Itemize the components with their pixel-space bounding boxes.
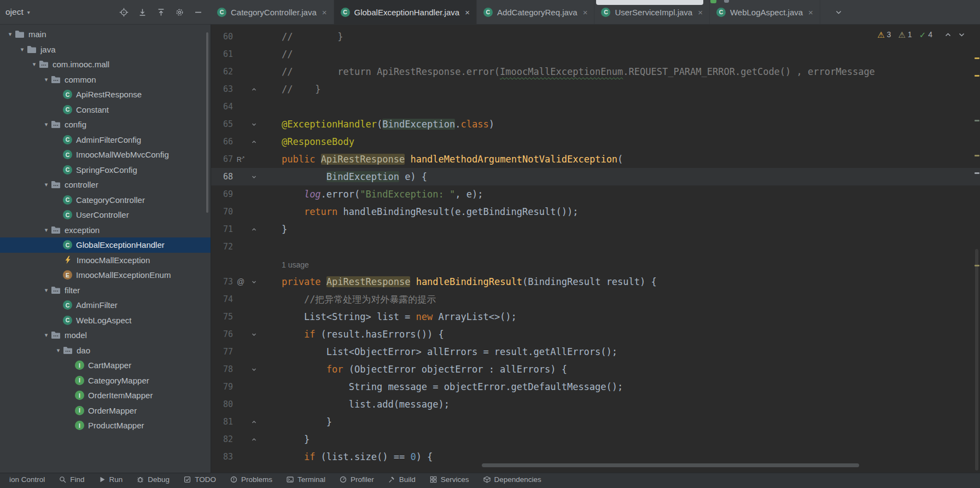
tool-window-button-Services[interactable]: Services: [423, 475, 476, 484]
tree-item-com.imooc.mall[interactable]: ▾com.imooc.mall: [0, 57, 211, 72]
expand-arrow-icon[interactable]: ▾: [42, 121, 51, 128]
tree-item-controller[interactable]: ▾controller: [0, 177, 211, 193]
tree-item-Constant[interactable]: CConstant: [0, 102, 211, 118]
tab-WebLogAspect.java[interactable]: CWebLogAspect.java×: [710, 0, 820, 24]
locate-file-icon[interactable]: [119, 8, 129, 17]
project-selector[interactable]: oject ▾: [5, 7, 30, 17]
tool-window-button-Dependencies[interactable]: Dependencies: [476, 475, 549, 484]
expand-arrow-icon[interactable]: ▾: [42, 181, 51, 188]
expand-arrow-icon[interactable]: ▾: [5, 31, 15, 38]
warnings-count[interactable]: ⚠3: [877, 30, 891, 39]
tree-item-OrderItemMapper[interactable]: IOrderItemMapper: [0, 388, 211, 403]
tool-window-button-Find[interactable]: Find: [52, 475, 91, 484]
tree-item-ImoocMallException[interactable]: ImoocMallException: [0, 253, 211, 268]
passed-count[interactable]: ✓4: [919, 30, 932, 39]
code-token: // return ApiRestResponse.error(: [259, 66, 500, 77]
tool-window-button-Problems[interactable]: Problems: [223, 475, 279, 484]
line-number: 78: [211, 361, 233, 378]
fold-collapse-icon[interactable]: [248, 220, 259, 238]
tree-item-ProductMapper[interactable]: IProductMapper: [0, 418, 211, 433]
fold-expand-icon[interactable]: [248, 273, 259, 291]
interface-icon: I: [75, 361, 84, 370]
vertical-scrollbar[interactable]: [975, 249, 978, 470]
expand-arrow-icon[interactable]: ▾: [42, 76, 51, 83]
tree-item-ImoocMallWebMvcConfig[interactable]: CImoocMallWebMvcConfig: [0, 147, 211, 162]
expand-arrow-icon[interactable]: ▾: [42, 226, 51, 234]
fold-collapse-icon[interactable]: [248, 133, 259, 150]
tree-item-WebLogAspect[interactable]: CWebLogAspect: [0, 313, 211, 328]
tree-item-config[interactable]: ▾config: [0, 117, 211, 132]
tree-item-CategoryController[interactable]: CCategoryController: [0, 193, 211, 208]
tree-item-java[interactable]: ▾java: [0, 42, 211, 57]
expand-arrow-icon[interactable]: ▾: [42, 287, 51, 294]
warnings-count[interactable]: ⚠1: [898, 30, 912, 39]
close-icon[interactable]: ×: [465, 8, 470, 17]
tree-item-dao[interactable]: ▾dao: [0, 343, 211, 358]
tool-window-button-Profiler[interactable]: Profiler: [332, 475, 381, 484]
tree-item-CategoryMapper[interactable]: ICategoryMapper: [0, 373, 211, 388]
fold-collapse-icon[interactable]: [248, 80, 259, 98]
fold-expand-icon[interactable]: [248, 115, 259, 133]
fold-expand-icon[interactable]: [248, 326, 259, 343]
expand-arrow-icon[interactable]: ▾: [18, 46, 27, 53]
stripe-highlight-mark[interactable]: [975, 120, 979, 121]
tool-window-button-Build[interactable]: Build: [381, 475, 423, 484]
chevron-up-icon[interactable]: [944, 31, 952, 39]
tree-item-OrderMapper[interactable]: IOrderMapper: [0, 403, 211, 419]
line-number: [211, 255, 233, 273]
tree-item-GlobalExceptionHandler[interactable]: CGlobalExceptionHandler: [0, 237, 211, 253]
close-icon[interactable]: ×: [808, 8, 813, 17]
gutter-annotation-icon[interactable]: @: [237, 273, 244, 291]
tree-item-filter[interactable]: ▾filter: [0, 283, 211, 298]
expand-all-icon[interactable]: [138, 8, 147, 17]
tool-window-button-Run[interactable]: Run: [92, 475, 130, 484]
tab-CategoryController.java[interactable]: CCategoryController.java×: [211, 0, 334, 24]
hide-window-icon[interactable]: [194, 8, 203, 17]
chevron-down-icon: ▾: [27, 9, 30, 15]
fold-collapse-icon[interactable]: [248, 413, 259, 431]
stripe-highlight-mark[interactable]: [975, 265, 979, 266]
tree-item-AdminFilterConfig[interactable]: CAdminFilterConfig: [0, 132, 211, 148]
expand-arrow-icon[interactable]: ▾: [42, 332, 51, 339]
close-icon[interactable]: ×: [583, 8, 588, 17]
close-icon[interactable]: ×: [698, 8, 703, 17]
fold-expand-icon[interactable]: [248, 168, 259, 185]
tree-scrollbar[interactable]: [206, 32, 208, 213]
tree-item-UserController[interactable]: CUserController: [0, 207, 211, 223]
code-line: 63 // }: [211, 80, 980, 98]
tree-item-ApiRestResponse[interactable]: CApiRestResponse: [0, 87, 211, 102]
tree-item-AdminFilter[interactable]: CAdminFilter: [0, 298, 211, 313]
tree-item-exception[interactable]: ▾exception: [0, 223, 211, 238]
gutter-icon-slot: [233, 45, 248, 63]
gutter-method-marker-icon[interactable]: R↗: [237, 149, 245, 169]
editor[interactable]: 60 // }61 //62 // return ApiRestResponse…: [211, 25, 980, 473]
tree-item-ImoocMallExceptionEnum[interactable]: EImoocMallExceptionEnum: [0, 268, 211, 283]
collapse-all-icon[interactable]: [156, 8, 166, 17]
stripe-warning-mark[interactable]: [975, 75, 979, 77]
tree-item-common[interactable]: ▾common: [0, 72, 211, 88]
stripe-caret-mark[interactable]: [975, 172, 979, 174]
expand-arrow-icon[interactable]: ▾: [30, 61, 39, 68]
tab-GlobalExceptionHandler.java[interactable]: CGlobalExceptionHandler.java×: [334, 0, 477, 24]
tab-AddCategoryReq.java[interactable]: CAddCategoryReq.java×: [477, 0, 595, 24]
tool-window-button-TODO[interactable]: TODO: [177, 475, 223, 484]
tree-item-label: ApiRestResponse: [76, 90, 142, 99]
tool-window-button-ion Control[interactable]: ion Control: [2, 475, 52, 484]
stripe-warning-mark[interactable]: [975, 57, 979, 59]
stripe-highlight-mark[interactable]: [975, 155, 979, 156]
close-icon[interactable]: ×: [322, 8, 327, 17]
settings-gear-icon[interactable]: [175, 8, 184, 17]
tool-window-button-Debug[interactable]: Debug: [130, 475, 177, 484]
gutter-icon-slot: [233, 185, 248, 203]
horizontal-scrollbar[interactable]: [482, 463, 859, 467]
tree-item-model[interactable]: ▾model: [0, 328, 211, 343]
tree-item-main[interactable]: ▾main: [0, 27, 211, 42]
fold-expand-icon[interactable]: [248, 361, 259, 378]
tree-item-SpringFoxConfig[interactable]: CSpringFoxConfig: [0, 162, 211, 178]
chevron-down-icon[interactable]: [835, 8, 843, 16]
tool-window-button-Terminal[interactable]: Terminal: [279, 475, 332, 484]
expand-arrow-icon[interactable]: ▾: [54, 347, 63, 354]
tree-item-CartMapper[interactable]: ICartMapper: [0, 358, 211, 373]
fold-collapse-icon[interactable]: [248, 431, 259, 448]
chevron-down-icon[interactable]: [958, 31, 966, 39]
